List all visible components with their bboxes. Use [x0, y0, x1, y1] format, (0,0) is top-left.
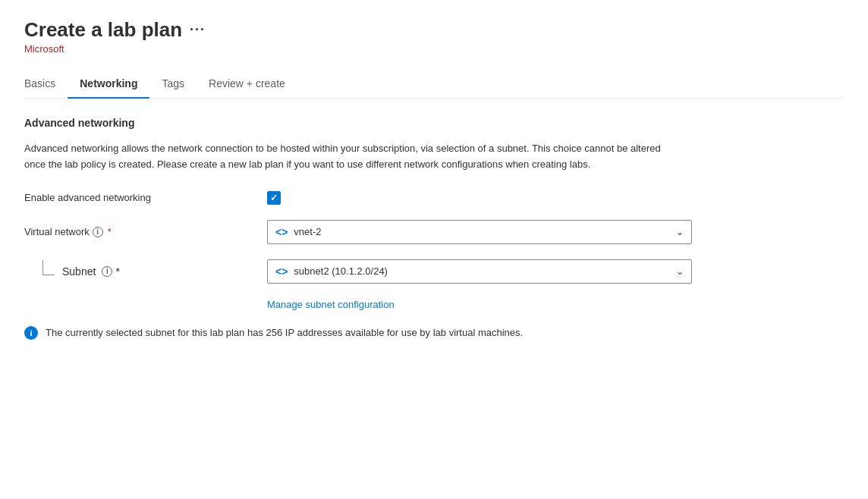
enable-networking-label: Enable advanced networking: [24, 192, 267, 203]
check-icon: ✓: [270, 193, 278, 202]
title-text: Create a lab plan: [24, 18, 182, 42]
virtual-network-value: vnet-2: [294, 226, 321, 237]
enable-networking-row: Enable advanced networking ✓: [24, 191, 707, 205]
section-description: Advanced networking allows the network c…: [24, 141, 669, 173]
enable-networking-checkbox[interactable]: ✓: [267, 191, 281, 205]
virtual-network-row: Virtual network i * <> vnet-2 ⌄: [24, 220, 707, 244]
subnet-value: subnet2 (10.1.2.0/24): [294, 265, 388, 277]
tab-tags[interactable]: Tags: [149, 70, 197, 99]
subnet-label-wrapper: Subnet i *: [24, 265, 267, 278]
checkbox-checked[interactable]: ✓: [267, 191, 281, 205]
tab-review-create[interactable]: Review + create: [197, 70, 297, 99]
ellipsis-button[interactable]: ···: [190, 22, 206, 38]
virtual-network-chevron-icon: ⌄: [676, 227, 684, 237]
virtual-network-required: *: [108, 226, 112, 237]
subnet-indent-line: [42, 260, 55, 275]
subnet-icon: <>: [275, 265, 288, 278]
subnet-dropdown[interactable]: <> subnet2 (10.1.2.0/24) ⌄: [267, 259, 692, 284]
virtual-network-dropdown[interactable]: <> vnet-2 ⌄: [267, 220, 692, 244]
info-banner: i The currently selected subnet for this…: [24, 325, 669, 341]
subnet-info-icon[interactable]: i: [102, 266, 112, 277]
virtual-network-label: Virtual network i *: [24, 226, 267, 237]
subnet-row: Subnet i * <> subnet2 (10.1.2.0/24) ⌄: [24, 259, 707, 284]
tab-networking[interactable]: Networking: [68, 70, 149, 99]
info-banner-text: The currently selected subnet for this l…: [46, 325, 523, 341]
manage-subnet-link[interactable]: Manage subnet configuration: [267, 299, 844, 310]
page-title: Create a lab plan ···: [24, 18, 844, 42]
subnet-required: *: [115, 265, 119, 278]
section-title: Advanced networking: [24, 117, 844, 129]
subtitle: Microsoft: [24, 43, 844, 55]
subnet-chevron-icon: ⌄: [676, 266, 684, 277]
tab-basics[interactable]: Basics: [24, 70, 68, 99]
virtual-network-info-icon[interactable]: i: [93, 227, 103, 237]
tab-bar: Basics Networking Tags Review + create: [24, 70, 844, 99]
vnet-icon: <>: [275, 226, 288, 238]
info-banner-icon: i: [24, 326, 38, 340]
subnet-label: Subnet: [62, 265, 96, 278]
